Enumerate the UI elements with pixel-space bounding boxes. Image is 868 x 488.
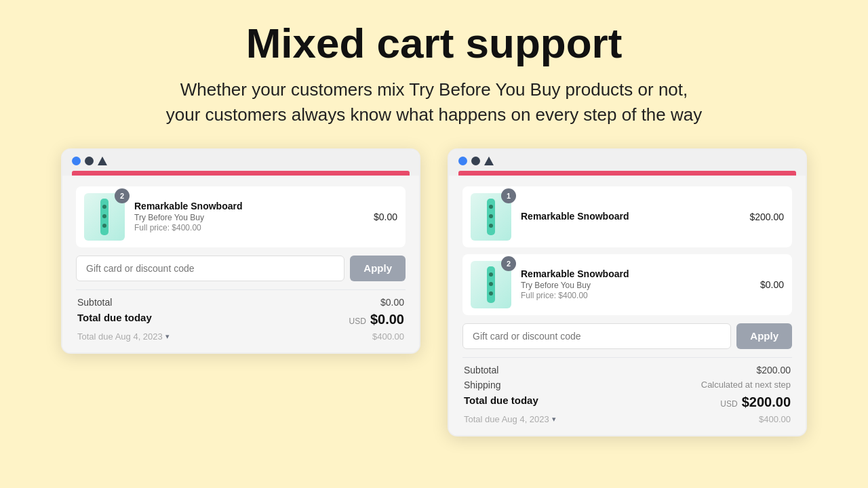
- cart-item-right-1: 1 Remarkable Snowboard $200.00: [462, 186, 792, 247]
- item-info-right-1: Remarkable Snowboard: [521, 211, 743, 223]
- item-badge-left: 2: [115, 188, 130, 203]
- item-image-wrap-right-2: 2: [471, 261, 511, 308]
- future-value-left: $400.00: [372, 331, 404, 342]
- discount-row-left: Apply: [76, 256, 406, 281]
- cart-right-content: 1 Remarkable Snowboard $200.00: [449, 176, 806, 435]
- future-value-right: $400.00: [759, 414, 791, 424]
- discount-input-right[interactable]: [462, 323, 731, 349]
- item-price-right-2: $0.00: [760, 279, 784, 290]
- discount-input-left[interactable]: [76, 256, 344, 281]
- dot-dark-right: [471, 157, 480, 165]
- cart-item-left: 2 Remarkable Snowboard Try Before You Bu…: [76, 186, 406, 247]
- item-name-left: Remarkable Snowboard: [134, 201, 367, 211]
- page-title: Mixed cart support: [246, 20, 623, 66]
- total-amount-right: $200.00: [742, 394, 791, 410]
- total-row-right: Total due today USD $200.00: [462, 394, 792, 410]
- divider-right: [462, 357, 792, 358]
- svg-point-2: [102, 214, 106, 218]
- dot-blue-left: [72, 157, 81, 165]
- total-amount-left: $0.00: [370, 312, 404, 327]
- total-right-right: USD $200.00: [720, 394, 791, 410]
- browser-titlebar-right: [449, 150, 806, 176]
- item-info-left: Remarkable Snowboard Try Before You Buy …: [134, 201, 367, 232]
- item-image-wrap-left: 2: [84, 193, 125, 241]
- subtotal-value-left: $0.00: [380, 297, 404, 308]
- future-date-right: Total due Aug 4, 2023 ▾: [464, 414, 556, 424]
- svg-point-6: [489, 214, 493, 218]
- page-subtitle: Whether your customers mix Try Before Yo…: [166, 77, 703, 127]
- total-usd-left: USD: [349, 317, 366, 326]
- item-fullprice-left: Full price: $400.00: [134, 223, 367, 232]
- discount-row-right: Apply: [462, 323, 792, 349]
- browser-bar-left: [72, 171, 410, 176]
- shipping-label-right: Shipping: [464, 380, 501, 390]
- item-price-right-1: $200.00: [749, 211, 784, 222]
- divider-left: [76, 289, 406, 290]
- future-label-right: Total due Aug 4, 2023: [464, 414, 549, 424]
- chevron-icon-right: ▾: [552, 415, 556, 424]
- item-badge-right-2: 2: [501, 256, 516, 271]
- subtotal-row-left: Subtotal $0.00: [76, 297, 406, 308]
- browser-titlebar-left: [62, 150, 419, 176]
- browser-bar-right: [458, 171, 796, 176]
- svg-point-11: [489, 291, 493, 296]
- cards-row: 2 Remarkable Snowboard Try Before You Bu…: [27, 148, 841, 436]
- svg-point-7: [489, 224, 493, 228]
- svg-point-5: [489, 205, 493, 209]
- total-row-left: Total due today USD $0.00: [76, 312, 406, 327]
- future-date-left: Total due Aug 4, 2023 ▾: [77, 331, 170, 342]
- svg-point-9: [489, 272, 493, 277]
- item-name-right-1: Remarkable Snowboard: [521, 211, 743, 222]
- apply-button-left[interactable]: Apply: [350, 256, 406, 281]
- future-label-left: Total due Aug 4, 2023: [77, 331, 163, 342]
- svg-point-3: [102, 224, 106, 228]
- item-tag-left: Try Before You Buy: [134, 213, 367, 222]
- svg-point-10: [489, 282, 493, 286]
- svg-point-1: [102, 205, 106, 209]
- future-due-left: Total due Aug 4, 2023 ▾ $400.00: [76, 331, 406, 342]
- item-image-wrap-right-1: 1: [471, 193, 511, 241]
- total-label-right: Total due today: [464, 394, 538, 410]
- subtotal-label-right: Subtotal: [464, 365, 498, 375]
- shipping-row-right: Shipping Calculated at next step: [462, 380, 792, 390]
- item-fullprice-right-2: Full price: $400.00: [521, 291, 753, 300]
- item-price-left: $0.00: [374, 211, 397, 222]
- browser-dots-left: [72, 157, 410, 165]
- shipping-value-right: Calculated at next step: [701, 380, 791, 390]
- total-right-left: USD $0.00: [349, 312, 404, 327]
- cart-item-right-2: 2 Remarkable Snowboard Try Before You Bu…: [462, 254, 792, 315]
- dot-triangle-right: [484, 157, 494, 165]
- dot-dark-left: [85, 157, 94, 165]
- item-badge-right-1: 1: [501, 188, 516, 203]
- subtotal-value-right: $200.00: [756, 365, 791, 375]
- dot-blue-right: [458, 157, 467, 165]
- item-tag-right-2: Try Before You Buy: [521, 281, 753, 290]
- chevron-icon-left: ▾: [165, 332, 170, 341]
- item-name-right-2: Remarkable Snowboard: [521, 268, 753, 279]
- apply-button-right[interactable]: Apply: [736, 323, 792, 349]
- total-label-left: Total due today: [77, 312, 152, 327]
- future-due-right: Total due Aug 4, 2023 ▾ $400.00: [462, 414, 792, 424]
- subtotal-label-left: Subtotal: [77, 297, 112, 308]
- cart-left-content: 2 Remarkable Snowboard Try Before You Bu…: [62, 176, 419, 352]
- subtotal-row-right: Subtotal $200.00: [462, 365, 792, 375]
- dot-triangle-left: [98, 157, 107, 165]
- item-info-right-2: Remarkable Snowboard Try Before You Buy …: [521, 268, 753, 300]
- cart-right-window: 1 Remarkable Snowboard $200.00: [448, 148, 807, 436]
- browser-dots-right: [458, 157, 796, 165]
- cart-left-window: 2 Remarkable Snowboard Try Before You Bu…: [61, 148, 420, 354]
- total-usd-right: USD: [720, 399, 737, 409]
